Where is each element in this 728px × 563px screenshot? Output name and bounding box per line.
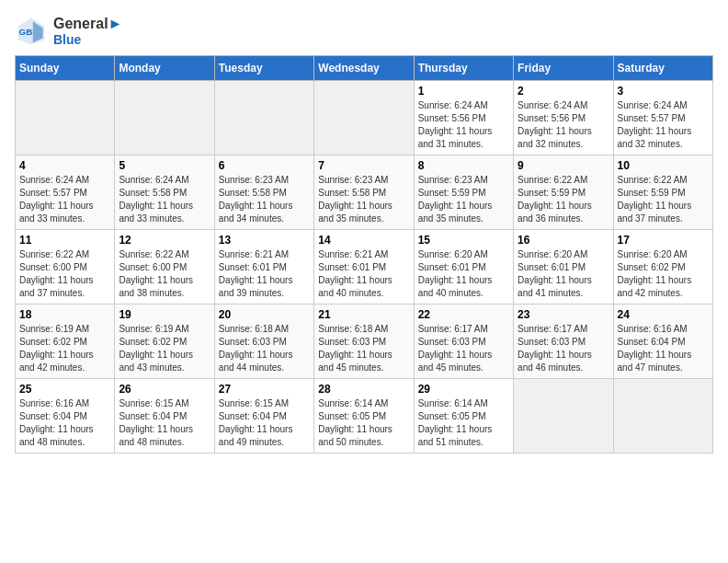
calendar-cell: [314, 81, 414, 155]
calendar-body: 1Sunrise: 6:24 AMSunset: 5:56 PMDaylight…: [16, 81, 713, 454]
day-info: Sunrise: 6:19 AMSunset: 6:02 PMDaylight:…: [119, 323, 210, 374]
calendar-cell: 14Sunrise: 6:21 AMSunset: 6:01 PMDayligh…: [314, 230, 414, 304]
calendar-header-thursday: Thursday: [414, 56, 513, 81]
calendar-cell: 9Sunrise: 6:22 AMSunset: 5:59 PMDaylight…: [514, 155, 613, 230]
calendar-week-3: 11Sunrise: 6:22 AMSunset: 6:00 PMDayligh…: [16, 230, 713, 304]
calendar-week-1: 1Sunrise: 6:24 AMSunset: 5:56 PMDaylight…: [16, 81, 713, 155]
calendar-cell: 8Sunrise: 6:23 AMSunset: 5:59 PMDaylight…: [414, 155, 513, 230]
calendar-cell: [16, 81, 115, 155]
day-info: Sunrise: 6:20 AMSunset: 6:01 PMDaylight:…: [518, 248, 609, 300]
day-info: Sunrise: 6:24 AMSunset: 5:56 PMDaylight:…: [518, 99, 609, 151]
day-number: 7: [318, 159, 409, 172]
day-number: 24: [618, 308, 709, 321]
day-info: Sunrise: 6:14 AMSunset: 6:05 PMDaylight:…: [418, 397, 509, 449]
day-number: 22: [418, 308, 509, 321]
calendar-cell: 27Sunrise: 6:15 AMSunset: 6:04 PMDayligh…: [214, 379, 313, 454]
calendar-cell: 25Sunrise: 6:16 AMSunset: 6:04 PMDayligh…: [16, 379, 115, 454]
day-number: 23: [518, 308, 609, 321]
day-number: 16: [518, 234, 609, 247]
calendar-cell: 20Sunrise: 6:18 AMSunset: 6:03 PMDayligh…: [214, 304, 313, 379]
calendar-cell: 3Sunrise: 6:24 AMSunset: 5:57 PMDaylight…: [613, 81, 712, 155]
day-info: Sunrise: 6:22 AMSunset: 6:00 PMDaylight:…: [119, 248, 210, 300]
calendar-cell: 13Sunrise: 6:21 AMSunset: 6:01 PMDayligh…: [214, 230, 313, 304]
calendar-cell: [214, 81, 313, 155]
calendar-cell: 18Sunrise: 6:19 AMSunset: 6:02 PMDayligh…: [16, 304, 115, 379]
day-number: 15: [418, 234, 509, 247]
calendar-cell: 7Sunrise: 6:23 AMSunset: 5:58 PMDaylight…: [314, 155, 414, 230]
calendar-cell: 2Sunrise: 6:24 AMSunset: 5:56 PMDaylight…: [514, 81, 613, 155]
calendar-cell: 26Sunrise: 6:15 AMSunset: 6:04 PMDayligh…: [115, 379, 214, 454]
day-info: Sunrise: 6:24 AMSunset: 5:58 PMDaylight:…: [119, 174, 210, 225]
calendar-cell: 19Sunrise: 6:19 AMSunset: 6:02 PMDayligh…: [115, 304, 214, 379]
calendar-header-friday: Friday: [514, 56, 613, 81]
day-number: 12: [119, 234, 210, 247]
calendar-cell: 24Sunrise: 6:16 AMSunset: 6:04 PMDayligh…: [613, 304, 712, 379]
day-number: 4: [19, 159, 110, 172]
page-header: GB General► Blue: [15, 15, 713, 48]
day-info: Sunrise: 6:18 AMSunset: 6:03 PMDaylight:…: [318, 323, 409, 374]
calendar-table: SundayMondayTuesdayWednesdayThursdayFrid…: [15, 55, 713, 454]
calendar-cell: [115, 81, 214, 155]
calendar-cell: 5Sunrise: 6:24 AMSunset: 5:58 PMDaylight…: [115, 155, 214, 230]
day-number: 28: [318, 383, 409, 396]
calendar-header-tuesday: Tuesday: [214, 56, 313, 81]
logo-icon: GB: [15, 15, 48, 48]
calendar-header-monday: Monday: [115, 56, 214, 81]
calendar-cell: 12Sunrise: 6:22 AMSunset: 6:00 PMDayligh…: [115, 230, 214, 304]
day-info: Sunrise: 6:18 AMSunset: 6:03 PMDaylight:…: [219, 323, 310, 374]
day-info: Sunrise: 6:22 AMSunset: 6:00 PMDaylight:…: [19, 248, 110, 300]
day-info: Sunrise: 6:19 AMSunset: 6:02 PMDaylight:…: [19, 323, 110, 374]
day-number: 29: [418, 383, 509, 396]
day-number: 3: [618, 85, 709, 98]
day-number: 10: [618, 159, 709, 172]
calendar-cell: 29Sunrise: 6:14 AMSunset: 6:05 PMDayligh…: [414, 379, 513, 454]
day-number: 1: [418, 85, 509, 98]
day-info: Sunrise: 6:16 AMSunset: 6:04 PMDaylight:…: [618, 323, 709, 374]
calendar-header-wednesday: Wednesday: [314, 56, 414, 81]
day-number: 26: [119, 383, 210, 396]
day-info: Sunrise: 6:17 AMSunset: 6:03 PMDaylight:…: [418, 323, 509, 374]
day-info: Sunrise: 6:22 AMSunset: 5:59 PMDaylight:…: [518, 174, 609, 225]
day-info: Sunrise: 6:23 AMSunset: 5:59 PMDaylight:…: [418, 174, 509, 225]
calendar-cell: [514, 379, 613, 454]
day-number: 9: [518, 159, 609, 172]
day-info: Sunrise: 6:16 AMSunset: 6:04 PMDaylight:…: [19, 397, 110, 449]
calendar-cell: 11Sunrise: 6:22 AMSunset: 6:00 PMDayligh…: [16, 230, 115, 304]
calendar-cell: 1Sunrise: 6:24 AMSunset: 5:56 PMDaylight…: [414, 81, 513, 155]
day-number: 8: [418, 159, 509, 172]
day-number: 6: [219, 159, 310, 172]
logo: GB General► Blue: [15, 15, 122, 48]
calendar-header-saturday: Saturday: [613, 56, 712, 81]
calendar-cell: 22Sunrise: 6:17 AMSunset: 6:03 PMDayligh…: [414, 304, 513, 379]
day-info: Sunrise: 6:24 AMSunset: 5:56 PMDaylight:…: [418, 99, 509, 151]
day-info: Sunrise: 6:23 AMSunset: 5:58 PMDaylight:…: [219, 174, 310, 225]
day-number: 14: [318, 234, 409, 247]
day-number: 18: [19, 308, 110, 321]
calendar-week-5: 25Sunrise: 6:16 AMSunset: 6:04 PMDayligh…: [16, 379, 713, 454]
svg-text:GB: GB: [19, 27, 33, 37]
day-number: 2: [518, 85, 609, 98]
day-number: 25: [19, 383, 110, 396]
calendar-cell: 16Sunrise: 6:20 AMSunset: 6:01 PMDayligh…: [514, 230, 613, 304]
calendar-cell: [613, 379, 712, 454]
calendar-cell: 17Sunrise: 6:20 AMSunset: 6:02 PMDayligh…: [613, 230, 712, 304]
day-info: Sunrise: 6:21 AMSunset: 6:01 PMDaylight:…: [219, 248, 310, 300]
day-info: Sunrise: 6:14 AMSunset: 6:05 PMDaylight:…: [318, 397, 409, 449]
day-info: Sunrise: 6:21 AMSunset: 6:01 PMDaylight:…: [318, 248, 409, 300]
calendar-cell: 15Sunrise: 6:20 AMSunset: 6:01 PMDayligh…: [414, 230, 513, 304]
calendar-cell: 10Sunrise: 6:22 AMSunset: 5:59 PMDayligh…: [613, 155, 712, 230]
calendar-cell: 4Sunrise: 6:24 AMSunset: 5:57 PMDaylight…: [16, 155, 115, 230]
day-info: Sunrise: 6:17 AMSunset: 6:03 PMDaylight:…: [518, 323, 609, 374]
day-info: Sunrise: 6:24 AMSunset: 5:57 PMDaylight:…: [618, 99, 709, 151]
calendar-header-sunday: Sunday: [16, 56, 115, 81]
calendar-cell: 28Sunrise: 6:14 AMSunset: 6:05 PMDayligh…: [314, 379, 414, 454]
day-info: Sunrise: 6:20 AMSunset: 6:01 PMDaylight:…: [418, 248, 509, 300]
day-number: 20: [219, 308, 310, 321]
day-number: 11: [19, 234, 110, 247]
day-number: 13: [219, 234, 310, 247]
calendar-week-2: 4Sunrise: 6:24 AMSunset: 5:57 PMDaylight…: [16, 155, 713, 230]
calendar-cell: 6Sunrise: 6:23 AMSunset: 5:58 PMDaylight…: [214, 155, 313, 230]
calendar-cell: 21Sunrise: 6:18 AMSunset: 6:03 PMDayligh…: [314, 304, 414, 379]
day-info: Sunrise: 6:22 AMSunset: 5:59 PMDaylight:…: [618, 174, 709, 225]
day-info: Sunrise: 6:20 AMSunset: 6:02 PMDaylight:…: [618, 248, 709, 300]
